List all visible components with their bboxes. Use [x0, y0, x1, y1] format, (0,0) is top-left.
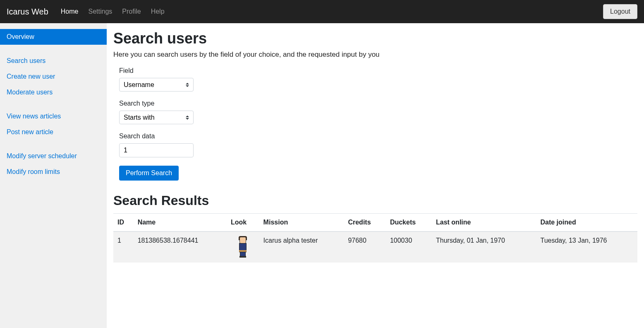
- nav-link-help[interactable]: Help: [146, 5, 170, 19]
- col-name: Name: [134, 214, 227, 232]
- col-id: ID: [113, 214, 134, 232]
- sidebar-divider: [0, 140, 107, 148]
- cell-credits: 97680: [344, 232, 385, 263]
- sidebar-item-view-news[interactable]: View news articles: [0, 109, 107, 124]
- col-mission: Mission: [259, 214, 344, 232]
- table-row: 1 181386538.1678441 Icarus alpha tester: [113, 232, 637, 263]
- search-type-select[interactable]: Starts with: [119, 111, 194, 124]
- col-last-online: Last online: [432, 214, 536, 232]
- cell-last-online: Thursday, 01 Jan, 1970: [432, 232, 536, 263]
- search-data-input[interactable]: [119, 143, 194, 157]
- results-title: Search Results: [113, 193, 637, 208]
- page-description: Here you can search users by the field o…: [113, 51, 637, 59]
- col-date-joined: Date joined: [536, 214, 637, 232]
- cell-id: 1: [113, 232, 134, 263]
- logout-button[interactable]: Logout: [603, 4, 637, 19]
- navbar: Icarus Web Home Settings Profile Help Lo…: [0, 0, 644, 23]
- sidebar-item-modify-scheduler[interactable]: Modify server scheduler: [0, 148, 107, 164]
- sidebar-divider: [0, 100, 107, 109]
- navbar-brand[interactable]: Icarus Web: [7, 7, 48, 17]
- field-select[interactable]: Username: [119, 78, 194, 92]
- cell-look: [227, 232, 259, 263]
- search-type-label: Search type: [119, 100, 637, 107]
- col-duckets: Duckets: [386, 214, 432, 232]
- form-group-field: Field Username: [119, 67, 637, 92]
- form-group-search-data: Search data: [119, 133, 637, 157]
- form-group-search-type: Search type Starts with: [119, 100, 637, 124]
- sidebar-item-overview[interactable]: Overview: [0, 29, 107, 45]
- sidebar-item-post-article[interactable]: Post new article: [0, 124, 107, 140]
- perform-search-button[interactable]: Perform Search: [119, 166, 179, 181]
- sidebar-item-modify-room-limits[interactable]: Modify room limits: [0, 164, 107, 180]
- sidebar-item-moderate-users[interactable]: Moderate users: [0, 84, 107, 100]
- navbar-left: Icarus Web Home Settings Profile Help: [7, 5, 170, 19]
- cell-duckets: 100030: [386, 232, 432, 263]
- col-credits: Credits: [344, 214, 385, 232]
- layout: Overview Search users Create new user Mo…: [0, 23, 644, 328]
- avatar-icon: [238, 237, 248, 258]
- table-header-row: ID Name Look Mission Credits Duckets Las…: [113, 214, 637, 232]
- search-data-label: Search data: [119, 133, 637, 140]
- results-table: ID Name Look Mission Credits Duckets Las…: [113, 213, 637, 263]
- page-title: Search users: [113, 30, 637, 47]
- sidebar-item-create-user[interactable]: Create new user: [0, 69, 107, 84]
- col-look: Look: [227, 214, 259, 232]
- nav-link-settings[interactable]: Settings: [83, 5, 117, 19]
- cell-mission: Icarus alpha tester: [259, 232, 344, 263]
- main-content: Search users Here you can search users b…: [107, 23, 644, 328]
- sidebar: Overview Search users Create new user Mo…: [0, 23, 107, 328]
- nav-link-profile[interactable]: Profile: [117, 5, 146, 19]
- nav-link-home[interactable]: Home: [56, 5, 84, 19]
- cell-name: 181386538.1678441: [134, 232, 227, 263]
- cell-date-joined: Tuesday, 13 Jan, 1976: [536, 232, 637, 263]
- sidebar-divider: [0, 45, 107, 53]
- field-label: Field: [119, 67, 637, 75]
- sidebar-item-search-users[interactable]: Search users: [0, 53, 107, 69]
